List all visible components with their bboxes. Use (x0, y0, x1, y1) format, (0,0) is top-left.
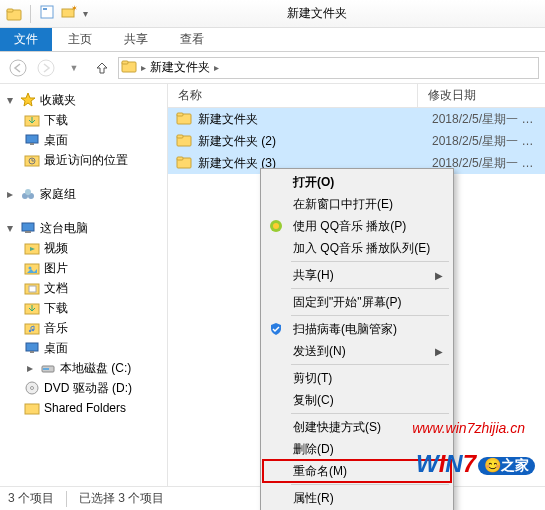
qat-properties-icon[interactable] (39, 4, 55, 23)
ctx-copy[interactable]: 复制(C) (263, 389, 451, 411)
tab-file[interactable]: 文件 (0, 28, 52, 51)
svg-rect-2 (41, 6, 53, 18)
ctx-open[interactable]: 打开(O) (263, 171, 451, 193)
svg-rect-18 (22, 223, 34, 231)
chevron-right-icon: ▸ (214, 62, 219, 73)
expander-icon[interactable]: ▸ (24, 362, 36, 374)
window-title: 新建文件夹 (88, 5, 545, 22)
ctx-pin-start[interactable]: 固定到"开始"屏幕(P) (263, 291, 451, 313)
app-folder-icon (6, 6, 22, 22)
qat-newfolder-icon[interactable]: ✶ (61, 4, 77, 23)
tab-home[interactable]: 主页 (52, 28, 108, 51)
tree-localdisk[interactable]: ▸本地磁盘 (C:) (0, 358, 167, 378)
videos-folder-icon (24, 240, 40, 256)
svg-rect-26 (25, 324, 39, 334)
navigation-bar: ▼ ▸ 新建文件夹▸ (0, 52, 545, 84)
tree-desktop[interactable]: 桌面 (0, 130, 167, 150)
qqmusic-icon (268, 218, 284, 234)
tree-shared[interactable]: Shared Folders (0, 398, 167, 418)
ribbon-tabs: 文件 主页 共享 查看 (0, 28, 545, 52)
download-folder-icon (24, 300, 40, 316)
computer-icon (20, 220, 36, 236)
file-name: 新建文件夹 (2) (198, 133, 432, 150)
svg-rect-11 (26, 135, 38, 143)
ctx-qq-play[interactable]: 使用 QQ音乐 播放(P) (263, 215, 451, 237)
tree-pictures[interactable]: 图片 (0, 258, 167, 278)
tab-share[interactable]: 共享 (108, 28, 164, 51)
up-button[interactable] (90, 56, 114, 80)
ctx-open-new-window[interactable]: 在新窗口中打开(E) (263, 193, 451, 215)
back-button[interactable] (6, 56, 30, 80)
ctx-qq-queue[interactable]: 加入 QQ音乐 播放队列(E) (263, 237, 451, 259)
svg-rect-19 (25, 231, 31, 233)
disk-icon (40, 360, 56, 376)
title-bar: ✶ ▾ 新建文件夹 (0, 0, 545, 28)
svg-point-27 (29, 330, 31, 332)
homegroup-icon (20, 186, 36, 202)
watermark-url: www.win7zhijia.cn (412, 420, 525, 436)
desktop-icon (24, 340, 40, 356)
separator (30, 5, 31, 23)
tree-recent[interactable]: 最近访问的位置 (0, 150, 167, 170)
menu-separator (291, 261, 449, 262)
menu-separator (291, 288, 449, 289)
dvd-icon (24, 380, 40, 396)
tree-downloads2[interactable]: 下载 (0, 298, 167, 318)
tree-favorites[interactable]: ▾ 收藏夹 (0, 90, 167, 110)
folder-icon (176, 110, 192, 129)
file-date: 2018/2/5/星期一 … (432, 133, 533, 150)
column-date[interactable]: 修改日期 (418, 84, 545, 107)
submenu-arrow-icon: ▶ (435, 346, 443, 357)
file-row[interactable]: 新建文件夹 (2) 2018/2/5/星期一 … (168, 130, 545, 152)
recent-dropdown[interactable]: ▼ (62, 56, 86, 80)
documents-folder-icon (24, 280, 40, 296)
svg-point-43 (273, 223, 279, 229)
svg-point-6 (10, 60, 26, 76)
ctx-send-to[interactable]: 发送到(N)▶ (263, 340, 451, 362)
breadcrumb[interactable]: 新建文件夹▸ (146, 59, 223, 76)
svg-rect-3 (43, 8, 47, 10)
column-headers: 名称 修改日期 (168, 84, 545, 108)
navigation-pane: ▾ 收藏夹 下载 桌面 最近访问的位置 ▸ 家庭组 ▾ 这台电脑 视频 图 (0, 84, 168, 486)
music-folder-icon (24, 320, 40, 336)
svg-point-22 (29, 267, 32, 270)
svg-rect-24 (29, 286, 36, 292)
file-row[interactable]: 新建文件夹 2018/2/5/星期一 … (168, 108, 545, 130)
pictures-folder-icon (24, 260, 40, 276)
ctx-scan[interactable]: 扫描病毒(电脑管家) (263, 318, 451, 340)
tree-dvd[interactable]: DVD 驱动器 (D:) (0, 378, 167, 398)
file-name: 新建文件夹 (198, 111, 432, 128)
ctx-properties[interactable]: 属性(R) (263, 487, 451, 509)
forward-button[interactable] (34, 56, 58, 80)
expander-icon[interactable]: ▾ (4, 222, 16, 234)
folder-icon (176, 132, 192, 151)
svg-rect-9 (122, 61, 128, 64)
tree-videos[interactable]: 视频 (0, 238, 167, 258)
svg-rect-29 (26, 343, 38, 351)
svg-rect-39 (177, 135, 183, 138)
tab-view[interactable]: 查看 (164, 28, 220, 51)
column-name[interactable]: 名称 (168, 84, 418, 107)
address-bar[interactable]: ▸ 新建文件夹▸ (118, 57, 539, 79)
svg-point-7 (38, 60, 54, 76)
menu-separator (291, 484, 449, 485)
desktop-icon (24, 132, 40, 148)
ctx-share[interactable]: 共享(H)▶ (263, 264, 451, 286)
tree-music[interactable]: 音乐 (0, 318, 167, 338)
expander-icon[interactable]: ▸ (4, 188, 16, 200)
tree-downloads[interactable]: 下载 (0, 110, 167, 130)
tree-documents[interactable]: 文档 (0, 278, 167, 298)
status-item-count: 3 个项目 (8, 490, 54, 507)
tree-homegroup[interactable]: ▸ 家庭组 (0, 184, 167, 204)
star-icon (20, 92, 36, 108)
menu-separator (291, 413, 449, 414)
shared-folder-icon (24, 400, 40, 416)
tree-thispc[interactable]: ▾ 这台电脑 (0, 218, 167, 238)
quick-access-toolbar: ✶ ▾ (0, 4, 88, 23)
ctx-cut[interactable]: 剪切(T) (263, 367, 451, 389)
tree-desktop2[interactable]: 桌面 (0, 338, 167, 358)
svg-rect-41 (177, 157, 183, 160)
expander-icon[interactable]: ▾ (4, 94, 16, 106)
folder-icon (176, 154, 192, 173)
shield-icon (268, 321, 284, 337)
